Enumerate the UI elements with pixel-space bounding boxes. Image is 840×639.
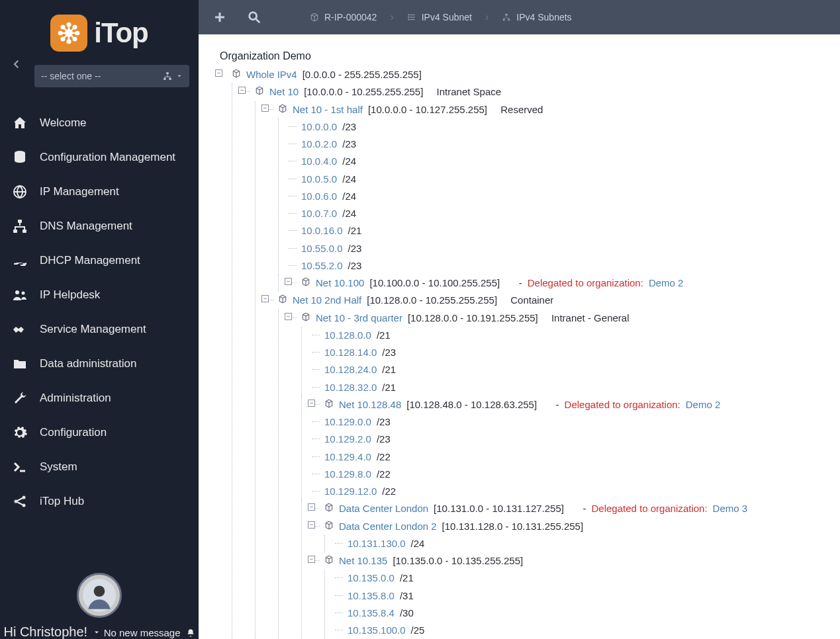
block-link[interactable]: Net 10.135 bbox=[339, 552, 387, 570]
sidebar-item-dhcp-mgmt[interactable]: DHCP Management bbox=[0, 243, 199, 278]
subnet-link[interactable]: 10.128.32.0 bbox=[324, 379, 377, 396]
svg-rect-45 bbox=[508, 19, 510, 21]
subnet-link[interactable]: 10.0.6.0 bbox=[301, 188, 337, 205]
subnet-link[interactable]: 10.135.100.0 bbox=[348, 622, 406, 639]
subnet-link[interactable]: 10.131.130.0 bbox=[348, 535, 406, 552]
subnet-link[interactable]: 10.129.0.0 bbox=[324, 413, 371, 431]
block-link[interactable]: Whole IPv4 bbox=[246, 66, 297, 83]
subnet-link[interactable]: 10.0.2.0 bbox=[301, 136, 337, 153]
block-link[interactable]: Net 10 - 3rd quarter bbox=[316, 310, 402, 327]
cidr: /21 bbox=[377, 327, 391, 344]
breadcrumb-item[interactable]: IPv4 Subnets bbox=[498, 12, 575, 22]
subnet-link[interactable]: 10.55.0.0 bbox=[301, 240, 343, 257]
tree-toggle[interactable]: − bbox=[308, 400, 315, 407]
sidebar-item-dns-mgmt[interactable]: DNS Management bbox=[0, 209, 199, 243]
tree-node: − Net 10 [10.0.0.0 - 10.255.255.255] Int… bbox=[243, 83, 828, 639]
delegated-org[interactable]: Demo 2 bbox=[686, 396, 721, 413]
org-selector-text: -- select one -- bbox=[41, 71, 101, 81]
hand-holding-icon bbox=[12, 253, 28, 269]
search-button[interactable] bbox=[240, 4, 269, 30]
sidebar-item-system[interactable]: System bbox=[0, 450, 199, 484]
block-link[interactable]: Net 10.128.48 bbox=[339, 396, 401, 413]
tree-toggle[interactable]: − bbox=[308, 521, 315, 529]
user-greeting[interactable]: Hi Christophe! bbox=[3, 624, 101, 639]
user-message[interactable]: No new message bbox=[104, 627, 195, 638]
subnet-link[interactable]: 10.128.14.0 bbox=[324, 344, 377, 361]
block-link[interactable]: Data Center London bbox=[339, 500, 428, 517]
svg-point-40 bbox=[408, 15, 408, 15]
tree-node: − Net 10.128.48 [10.128.48.0 - 10.128.63… bbox=[312, 396, 828, 413]
block-link[interactable]: Data Center London 2 bbox=[339, 518, 437, 535]
subnet-link[interactable]: 10.128.0.0 bbox=[324, 327, 371, 344]
block-icon bbox=[278, 294, 287, 304]
cidr: /23 bbox=[348, 240, 362, 257]
sidebar-item-label: iTop Hub bbox=[40, 495, 84, 508]
logo: iTop bbox=[0, 0, 199, 58]
tree-toggle[interactable]: − bbox=[308, 556, 315, 563]
sidebar-item-configuration[interactable]: Configuration bbox=[0, 415, 199, 450]
block-link[interactable]: Net 10 bbox=[269, 83, 299, 101]
cidr: /21 bbox=[348, 222, 362, 239]
tree-toggle[interactable]: − bbox=[238, 87, 246, 94]
subnet-link[interactable]: 10.135.0.0 bbox=[348, 570, 395, 587]
sidebar-collapse[interactable] bbox=[11, 58, 23, 70]
svg-point-4 bbox=[76, 32, 79, 35]
block-link[interactable]: Net 10.100 bbox=[316, 275, 364, 292]
block-link[interactable]: Net 10 - 1st half bbox=[293, 101, 363, 118]
sidebar-item-config-mgmt[interactable]: Configuration Management bbox=[0, 140, 199, 175]
subnet-link[interactable]: 10.0.16.0 bbox=[301, 222, 343, 239]
subnet-link[interactable]: 10.128.24.0 bbox=[324, 361, 377, 378]
delegated-org[interactable]: Demo 3 bbox=[713, 500, 748, 517]
cidr: /23 bbox=[377, 413, 391, 431]
subnet-link[interactable]: 10.0.5.0 bbox=[301, 171, 337, 188]
tree-node: − Net 10.100 [10.100.0.0 - 10.100.255.25… bbox=[289, 275, 828, 292]
subnet-link[interactable]: 10.129.8.0 bbox=[324, 466, 371, 483]
sidebar-item-welcome[interactable]: Welcome bbox=[0, 106, 199, 140]
tree-toggle[interactable]: − bbox=[285, 313, 292, 320]
block-icon bbox=[255, 86, 264, 95]
tree-leaf: 10.55.0.0 /23 bbox=[289, 240, 828, 257]
cidr: /22 bbox=[377, 466, 391, 483]
sidebar-item-service-mgmt[interactable]: Service Management bbox=[0, 312, 199, 347]
block-link[interactable]: Net 10 2nd Half bbox=[293, 292, 361, 309]
sidebar-item-label: Data administration bbox=[40, 357, 136, 370]
cidr: /23 bbox=[382, 344, 396, 361]
chevron-right-icon: › bbox=[481, 11, 492, 23]
tree-toggle[interactable]: − bbox=[261, 295, 269, 302]
tree-toggle[interactable]: − bbox=[261, 105, 269, 112]
tree-toggle[interactable]: − bbox=[285, 278, 292, 285]
subnet-link[interactable]: 10.129.4.0 bbox=[324, 448, 371, 466]
delegated-org[interactable]: Demo 2 bbox=[649, 275, 684, 292]
breadcrumb-item[interactable]: IPv4 Subnet bbox=[403, 12, 476, 22]
subnet-link[interactable]: 10.55.2.0 bbox=[301, 257, 343, 275]
subnet-link[interactable]: 10.129.2.0 bbox=[324, 431, 371, 448]
org-selector[interactable]: -- select one -- bbox=[34, 65, 189, 87]
block-label: Reserved bbox=[500, 101, 543, 118]
sidebar-item-data-admin[interactable]: Data administration bbox=[0, 347, 199, 381]
create-button[interactable] bbox=[205, 4, 234, 30]
tree-leaf: 10.128.14.0 /23 bbox=[312, 344, 828, 361]
gear-icon bbox=[12, 425, 28, 441]
tree-toggle[interactable]: − bbox=[308, 503, 315, 511]
sidebar-item-ip-mgmt[interactable]: IP Management bbox=[0, 175, 199, 209]
folder-icon bbox=[12, 356, 28, 372]
handshake-icon bbox=[12, 321, 28, 337]
subnet-link[interactable]: 10.129.12.0 bbox=[324, 483, 377, 500]
sidebar-item-ip-helpdesk[interactable]: IP Helpdesk bbox=[0, 278, 199, 312]
breadcrumb-item[interactable]: R-IP-000042 bbox=[306, 12, 381, 22]
caret-down-icon bbox=[93, 628, 101, 636]
subnet-link[interactable]: 10.135.8.0 bbox=[348, 587, 395, 605]
sidebar-item-administration[interactable]: Administration bbox=[0, 381, 199, 415]
subnet-link[interactable]: 10.0.0.0 bbox=[301, 118, 337, 136]
avatar[interactable] bbox=[77, 573, 122, 618]
subnet-link[interactable]: 10.0.4.0 bbox=[301, 153, 337, 170]
subnet-link[interactable]: 10.135.8.4 bbox=[348, 605, 395, 622]
sidebar-item-itop-hub[interactable]: iTop Hub bbox=[0, 484, 199, 519]
subnet-link[interactable]: 10.0.7.0 bbox=[301, 205, 337, 222]
block-label: Container bbox=[510, 292, 553, 309]
sitemap-icon bbox=[12, 218, 28, 234]
caret-down-icon bbox=[176, 73, 183, 79]
tree-toggle[interactable]: − bbox=[215, 69, 222, 77]
cidr: /30 bbox=[400, 605, 414, 622]
tree-leaf: 10.0.16.0 /21 bbox=[289, 222, 828, 239]
